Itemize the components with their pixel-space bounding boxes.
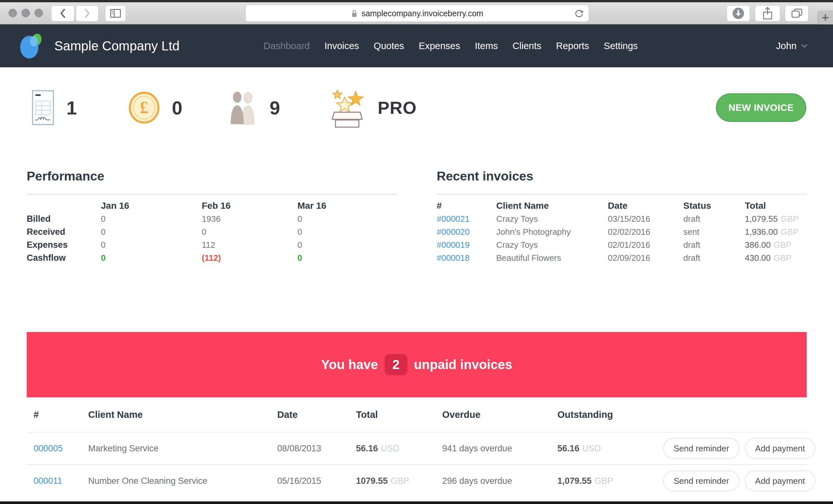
perf-row-cashflow: Cashflow 0 (112) 0 xyxy=(27,251,397,264)
stats-row: 1 £ 0 9 PRO NEW INVOICE xyxy=(27,86,806,129)
url-text: samplecompany.invoiceberry.com xyxy=(361,9,483,18)
sidebar-toggle-button[interactable] xyxy=(105,5,126,22)
nav-item-items[interactable]: Items xyxy=(475,41,498,51)
nav-item-expenses[interactable]: Expenses xyxy=(419,41,460,51)
invoice-link[interactable]: 000011 xyxy=(33,476,88,486)
nav-item-quotes[interactable]: Quotes xyxy=(374,41,404,51)
window-bottom-edge xyxy=(0,501,833,504)
share-button[interactable] xyxy=(755,5,780,22)
zoom-window-button[interactable] xyxy=(34,9,43,17)
perf-row-received: Received 0 0 0 xyxy=(27,225,397,238)
company-name: Sample Company Ltd xyxy=(54,39,180,53)
recent-invoice-row: #000018 Beautiful Flowers 02/09/2016 dra… xyxy=(437,251,807,264)
close-window-button[interactable] xyxy=(8,9,17,17)
unpaid-invoice-row: 000011 Number One Cleaning Service 05/16… xyxy=(27,464,807,497)
recent-invoice-row: #000020 John's Photography 02/02/2016 se… xyxy=(437,225,807,238)
invoices-count: 1 xyxy=(66,97,77,119)
nav-item-settings[interactable]: Settings xyxy=(603,41,638,51)
tabs-icon xyxy=(791,8,803,19)
invoice-link[interactable]: #000021 xyxy=(437,214,496,224)
perf-col-jan: Jan 16 xyxy=(101,201,202,211)
invoice-link[interactable]: #000020 xyxy=(437,227,496,237)
pro-gift-icon xyxy=(329,87,365,128)
share-icon xyxy=(762,6,773,20)
perf-col-mar: Mar 16 xyxy=(298,201,397,211)
stat-clients: 9 xyxy=(228,90,280,126)
forward-button[interactable] xyxy=(76,5,99,22)
stat-invoices: 1 xyxy=(32,90,77,125)
download-icon xyxy=(732,6,745,20)
banner-suffix: unpaid invoices xyxy=(414,357,512,372)
minimize-window-button[interactable] xyxy=(22,9,30,17)
clients-icon xyxy=(228,90,257,126)
recent-invoices-section: Recent invoices # Client Name Date Statu… xyxy=(437,169,807,264)
clients-count: 9 xyxy=(270,97,280,119)
stat-plan: PRO xyxy=(329,87,417,128)
performance-section: Performance Jan 16 Feb 16 Mar 16 Billed … xyxy=(27,169,397,264)
svg-text:£: £ xyxy=(140,98,148,117)
performance-table: Jan 16 Feb 16 Mar 16 Billed 0 1936 0 Rec… xyxy=(27,199,397,264)
perf-col-feb: Feb 16 xyxy=(202,201,298,211)
downloads-button[interactable] xyxy=(727,5,750,22)
recent-invoices-title: Recent invoices xyxy=(437,169,807,183)
banner-prefix: You have xyxy=(321,357,378,372)
lock-icon xyxy=(351,9,358,18)
back-button[interactable] xyxy=(51,5,74,22)
nav-item-clients[interactable]: Clients xyxy=(513,41,542,51)
window-top-edge xyxy=(0,0,833,2)
divider xyxy=(437,194,807,195)
invoice-link[interactable]: #000019 xyxy=(437,240,496,250)
address-bar[interactable]: samplecompany.invoiceberry.com xyxy=(245,5,589,22)
new-invoice-button[interactable]: NEW INVOICE xyxy=(716,93,806,122)
chevron-left-icon xyxy=(59,8,67,19)
coin-icon: £ xyxy=(129,92,160,124)
nav-item-dashboard[interactable]: Dashboard xyxy=(264,41,310,51)
unpaid-invoice-row: 000005 Marketing Service 08/08/2013 56.1… xyxy=(27,432,807,464)
invoice-link[interactable]: 000005 xyxy=(33,444,88,454)
stat-payments: £ 0 xyxy=(129,92,182,124)
new-tab-button[interactable]: + xyxy=(817,11,833,24)
performance-title: Performance xyxy=(27,169,397,183)
sidebar-icon xyxy=(110,8,121,18)
user-name: John xyxy=(776,41,796,51)
divider xyxy=(27,194,397,195)
invoice-icon xyxy=(32,90,54,125)
show-tabs-button[interactable] xyxy=(785,5,809,22)
perf-row-expenses: Expenses 0 112 0 xyxy=(27,238,397,251)
company-logo-icon xyxy=(19,31,45,60)
user-menu[interactable]: John xyxy=(776,41,808,51)
add-payment-button[interactable]: Add payment xyxy=(745,438,815,459)
plan-label: PRO xyxy=(378,98,417,118)
recent-invoices-table: # Client Name Date Status Total #000021 … xyxy=(437,199,807,264)
perf-row-billed: Billed 0 1936 0 xyxy=(27,212,397,225)
add-payment-button[interactable]: Add payment xyxy=(745,471,815,491)
reload-button[interactable] xyxy=(574,8,584,19)
chevron-right-icon xyxy=(83,8,91,19)
unpaid-invoices-table: # Client Name Date Total Overdue Outstan… xyxy=(27,397,807,497)
payments-count: 0 xyxy=(172,97,182,119)
recent-invoice-row: #000019 Crazy Toys 02/01/2016 draft 386.… xyxy=(437,238,807,251)
nav-menu: Dashboard Invoices Quotes Expenses Items… xyxy=(264,41,638,51)
send-reminder-button[interactable]: Send reminder xyxy=(663,471,740,491)
nav-item-invoices[interactable]: Invoices xyxy=(325,41,359,51)
send-reminder-button[interactable]: Send reminder xyxy=(663,438,740,459)
plus-icon: + xyxy=(822,10,829,25)
unpaid-invoices-banner: You have 2 unpaid invoices xyxy=(27,332,807,397)
recent-invoice-row: #000021 Crazy Toys 03/15/2016 draft 1,07… xyxy=(437,212,807,225)
nav-item-reports[interactable]: Reports xyxy=(556,41,589,51)
traffic-lights xyxy=(8,9,43,17)
browser-toolbar: samplecompany.invoiceberry.com + xyxy=(0,0,833,24)
unpaid-count-badge: 2 xyxy=(385,354,407,375)
invoice-link[interactable]: #000018 xyxy=(437,253,496,263)
chevron-down-icon xyxy=(801,44,808,48)
app-navbar: Sample Company Ltd Dashboard Invoices Qu… xyxy=(0,24,833,67)
